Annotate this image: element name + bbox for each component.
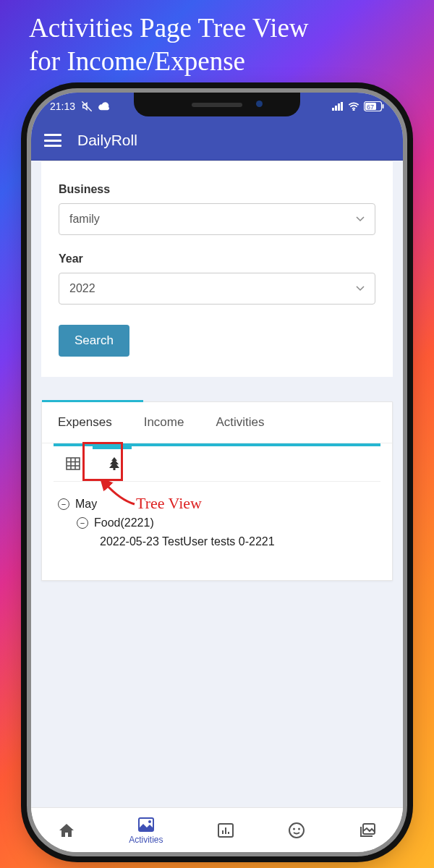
svg-point-22 — [289, 823, 304, 838]
results-tabs: Expenses Income Activities — [42, 402, 392, 443]
battery-icon: 67 — [364, 101, 384, 111]
menu-icon[interactable] — [44, 134, 61, 147]
svg-rect-1 — [332, 108, 334, 111]
tree-node-month[interactable]: − May — [58, 495, 380, 514]
tab-expenses[interactable]: Expenses — [42, 402, 128, 443]
tree-entry-label: 2022-05-23 TestUser tests 0-2221 — [100, 535, 275, 548]
phone-frame: 21:13 67 — [31, 93, 403, 852]
filter-form: Business family Year 2022 Search — [41, 161, 393, 377]
search-button[interactable]: Search — [59, 325, 129, 357]
collapse-icon[interactable]: − — [58, 498, 69, 510]
business-value: family — [69, 213, 100, 226]
tab-activities[interactable]: Activities — [200, 402, 280, 443]
svg-rect-2 — [335, 106, 337, 111]
chevron-down-icon — [356, 216, 365, 222]
nav-activities[interactable]: Activities — [129, 816, 163, 845]
svg-point-23 — [293, 827, 295, 830]
mute-icon — [81, 101, 93, 112]
app-title: DailyRoll — [77, 132, 137, 149]
bottom-nav: Activities — [31, 807, 403, 852]
tab-income[interactable]: Income — [128, 402, 200, 443]
view-switcher — [54, 443, 380, 482]
svg-point-24 — [298, 827, 300, 830]
svg-rect-10 — [67, 458, 80, 469]
app-bar: DailyRoll — [31, 120, 403, 161]
face-icon — [288, 822, 305, 839]
home-icon — [58, 822, 75, 839]
svg-rect-4 — [341, 102, 343, 111]
svg-rect-7 — [383, 104, 384, 109]
page-heading: Activities Page Tree View for Income/Exp… — [29, 12, 412, 79]
status-time: 21:13 — [50, 101, 75, 112]
nav-home[interactable] — [58, 822, 75, 839]
screen-content: Business family Year 2022 Search — [31, 161, 403, 807]
svg-rect-3 — [338, 103, 340, 111]
chevron-down-icon — [356, 286, 365, 292]
business-select[interactable]: family — [59, 203, 375, 235]
page-heading-line2: for Income/Expense — [29, 46, 245, 76]
signal-icon — [332, 102, 344, 111]
tree-leaf-entry[interactable]: 2022-05-23 TestUser tests 0-2221 — [100, 532, 380, 551]
nav-activities-label: Activities — [129, 835, 163, 845]
year-label: Year — [59, 252, 375, 265]
phone-notch — [134, 93, 300, 116]
tree-view-button[interactable] — [93, 446, 132, 481]
svg-rect-15 — [114, 468, 116, 470]
svg-point-5 — [353, 110, 354, 111]
collapse-icon[interactable]: − — [77, 517, 88, 529]
svg-text:67: 67 — [367, 103, 374, 111]
business-label: Business — [59, 183, 375, 196]
year-select[interactable]: 2022 — [59, 273, 375, 305]
table-view-button[interactable] — [54, 446, 93, 481]
svg-point-17 — [148, 820, 151, 823]
results-panel: Expenses Income Activities — [41, 401, 393, 581]
image-icon — [137, 816, 155, 833]
bar-chart-icon — [217, 822, 234, 839]
tree-month-label: May — [75, 498, 97, 511]
expense-tree: − May − Food(2221) 2022-05-23 TestUser t… — [54, 495, 380, 551]
tree-node-category[interactable]: − Food(2221) — [77, 514, 380, 532]
page-heading-line1: Activities Page Tree View — [29, 13, 309, 43]
tree-category-label: Food(2221) — [94, 516, 154, 529]
cloud-icon — [98, 102, 110, 111]
nav-stats[interactable] — [217, 822, 234, 839]
nav-gallery[interactable] — [359, 822, 376, 839]
nav-profile[interactable] — [288, 822, 305, 839]
year-value: 2022 — [69, 282, 95, 295]
wifi-icon — [348, 102, 359, 111]
image-stack-icon — [359, 822, 376, 839]
